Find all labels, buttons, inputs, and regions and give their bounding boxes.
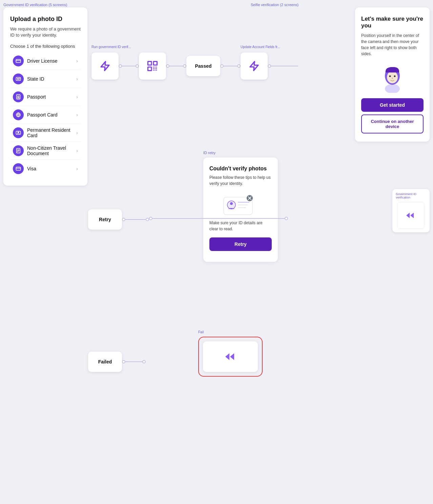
visa-option[interactable]: Visa › [10,160,81,177]
permanent-resident-chevron: › [76,130,78,135]
connector-3 [220,64,241,68]
retry-button[interactable]: Retry [209,237,272,251]
connector-6 [122,360,146,363]
svg-rect-30 [148,67,152,71]
visa-chevron: › [76,166,78,171]
gov-id-section-label: Government ID verification (5 screens) [3,3,67,7]
svg-rect-6 [17,95,20,99]
run-gov-id-label: Run government ID verif... [91,45,131,49]
permanent-resident-label: Permanent Resident Card [27,127,76,138]
passport-icon [13,91,24,102]
retry-node: Retry [88,209,122,230]
svg-point-7 [18,96,19,98]
permanent-resident-icon [13,127,24,138]
svg-point-24 [389,76,391,77]
passport-card-chevron: › [76,112,78,118]
id-retry-label: ID retry [203,151,278,155]
travel-doc-option[interactable]: Non-Citizen Travel Document › [10,142,81,160]
gov-id-small-card: Government ID verification [392,189,430,232]
driver-license-option[interactable]: Driver License › [10,52,81,70]
fail-card-inner[interactable] [203,341,258,372]
driver-license-icon [13,56,24,66]
passport-card-icon [13,109,24,120]
connector-5 [122,218,149,221]
update-account-label: Update Account Fields fr... [241,45,280,49]
connector-2 [166,64,186,68]
retry-card-title: Couldn't verify photos [209,166,272,172]
selfie-illustration [361,62,424,93]
flow-node-bolt-1[interactable] [91,52,119,80]
connector-1 [119,64,139,68]
fail-label: Fail [198,330,263,334]
fail-card-outer [198,337,263,377]
visa-icon [13,163,24,174]
connector-4 [268,64,298,68]
flow-node-qr[interactable] [139,52,166,80]
gov-id-small-inner[interactable] [397,202,425,229]
svg-marker-27 [101,62,109,71]
driver-license-label: Driver License [27,58,57,64]
state-id-icon [13,74,24,84]
svg-point-23 [387,71,398,83]
get-started-button[interactable]: Get started [361,98,424,112]
svg-marker-40 [250,62,258,71]
passport-card-label: Passport Card [27,112,57,118]
visa-label: Visa [27,166,36,171]
selfie-verification-card: Let's make sure you're you Position your… [355,7,430,142]
svg-rect-17 [16,167,20,170]
retry-hint: Make sure your ID details are clear to r… [209,220,272,232]
state-id-option[interactable]: State ID › [10,70,81,88]
passport-option[interactable]: Passport › [10,88,81,106]
passport-chevron: › [76,94,78,100]
svg-point-12 [18,132,19,133]
passed-node: Passed [186,56,220,76]
passport-label: Passport [27,94,46,100]
id-retry-section: ID retry Couldn't verify photos Please f… [203,151,278,262]
svg-rect-29 [153,62,157,65]
selfie-card-description: Position yourself in the center of the c… [361,33,424,57]
choose-label: Choose 1 of the following options [10,44,81,49]
svg-rect-0 [16,60,20,63]
state-id-chevron: › [76,76,78,82]
continue-on-another-device-button[interactable]: Continue on another device [361,114,424,133]
driver-license-chevron: › [76,58,78,64]
svg-point-25 [394,76,396,77]
state-id-label: State ID [27,76,44,82]
svg-point-26 [392,78,393,79]
retry-illustration [209,192,272,216]
flow-node-bolt-2[interactable] [241,52,268,80]
selfie-section-label: Selfie verification (2 screens) [251,3,298,7]
gov-id-small-label: Government ID verification [396,192,426,199]
svg-point-3 [17,79,18,80]
selfie-card-title: Let's make sure you're you [361,16,424,29]
svg-rect-28 [148,62,152,65]
travel-doc-icon [13,145,24,156]
travel-doc-label: Non-Citizen Travel Document [27,145,76,156]
retry-card-description: Please follow these tips to help us veri… [209,174,272,187]
travel-doc-chevron: › [76,148,78,153]
failed-node: Failed [88,352,122,372]
upload-card-title: Upload a photo ID [10,16,81,23]
svg-point-43 [230,202,233,205]
permanent-resident-option[interactable]: Permanent Resident Card › [10,124,81,142]
retry-card: Couldn't verify photos Please follow the… [203,158,278,262]
upload-card-description: We require a photo of a government ID to… [10,26,81,38]
upload-photo-id-card: Upload a photo ID We require a photo of … [3,7,87,186]
svg-point-19 [385,84,400,93]
passport-card-option[interactable]: Passport Card › [10,106,81,124]
